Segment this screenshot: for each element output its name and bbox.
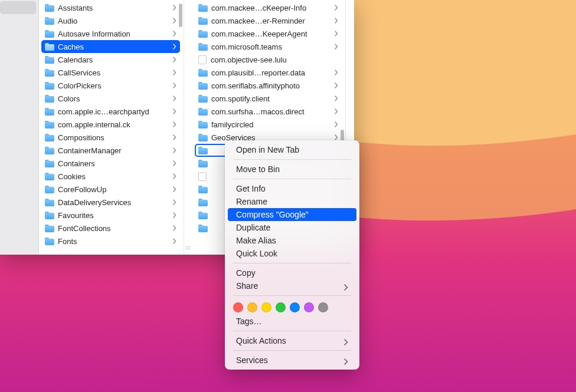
list-item[interactable]: com.mackee…KeeperAgent bbox=[195, 27, 342, 40]
list-item-label: Colors bbox=[58, 94, 171, 103]
tag-color-dot[interactable] bbox=[276, 302, 286, 312]
menu-get-info[interactable]: Get Info bbox=[228, 182, 356, 195]
list-item[interactable]: com.apple.ic…earchpartyd bbox=[41, 105, 180, 118]
list-item[interactable]: Colors bbox=[41, 92, 180, 105]
list-item-label: com.microsoft.teams bbox=[211, 42, 332, 51]
chevron-right-icon bbox=[173, 70, 176, 75]
folder-icon bbox=[45, 160, 54, 167]
list-item[interactable]: com.plausibl…reporter.data bbox=[195, 66, 342, 79]
menu-share[interactable]: Share bbox=[228, 279, 356, 292]
menu-move-to-bin[interactable]: Move to Bin bbox=[228, 163, 356, 176]
chevron-right-icon bbox=[173, 212, 176, 218]
chevron-right-icon bbox=[173, 121, 176, 127]
scrollbar-thumb[interactable] bbox=[179, 4, 182, 27]
list-item[interactable]: Caches bbox=[41, 40, 180, 53]
folder-icon bbox=[45, 225, 54, 232]
list-item[interactable]: DataDeliveryServices bbox=[41, 196, 180, 209]
menu-separator bbox=[233, 331, 351, 331]
folder-icon bbox=[45, 186, 54, 193]
chevron-right-icon bbox=[173, 57, 176, 62]
folder-icon bbox=[198, 108, 208, 116]
menu-quick-actions[interactable]: Quick Actions bbox=[228, 334, 356, 347]
list-item-label: Containers bbox=[58, 159, 171, 168]
list-item[interactable]: Fonts bbox=[41, 235, 180, 248]
list-item[interactable]: ColorPickers bbox=[41, 79, 180, 92]
tag-color-dot[interactable] bbox=[290, 302, 300, 312]
folder-icon bbox=[45, 173, 54, 180]
list-item-label: com.seriflabs.affinityphoto bbox=[211, 81, 332, 90]
list-item[interactable]: Compositions bbox=[41, 131, 180, 144]
menu-copy[interactable]: Copy bbox=[228, 266, 356, 279]
list-item[interactable]: Cookies bbox=[41, 170, 180, 183]
list-item[interactable]: com.microsoft.teams bbox=[195, 40, 342, 53]
chevron-right-icon bbox=[173, 108, 176, 114]
chevron-right-icon bbox=[335, 70, 338, 75]
tag-color-dot[interactable] bbox=[261, 302, 271, 312]
folder-icon bbox=[198, 69, 208, 77]
folder-icon bbox=[45, 17, 54, 25]
folder-icon bbox=[198, 199, 208, 206]
chevron-right-icon bbox=[173, 160, 176, 166]
tag-color-dot[interactable] bbox=[233, 302, 243, 312]
list-item[interactable]: Calendars bbox=[41, 53, 180, 66]
list-item[interactable]: Favourites bbox=[41, 209, 180, 222]
folder-icon bbox=[45, 95, 54, 103]
list-item[interactable]: com.spotify.client bbox=[195, 92, 342, 105]
list-item[interactable]: Audio bbox=[41, 14, 180, 27]
list-item[interactable]: com.mackee…er-Reminder bbox=[195, 14, 342, 27]
menu-tags[interactable]: Tags… bbox=[228, 315, 356, 328]
list-item[interactable]: Assistants bbox=[41, 1, 180, 14]
menu-compress[interactable]: Compress "Google" bbox=[228, 208, 356, 221]
folder-icon bbox=[198, 4, 208, 12]
tag-color-dot[interactable] bbox=[318, 302, 328, 312]
file-icon bbox=[198, 172, 207, 181]
list-item[interactable]: com.apple.internal.ck bbox=[41, 118, 180, 131]
folder-icon bbox=[198, 186, 208, 193]
list-item-label: com.mackee…cKeeper-Info bbox=[211, 4, 332, 12]
list-item[interactable]: CallServices bbox=[41, 66, 180, 79]
tag-color-dot[interactable] bbox=[304, 302, 314, 312]
chevron-right-icon bbox=[335, 83, 338, 88]
menu-quick-look[interactable]: Quick Look bbox=[228, 247, 356, 260]
list-item[interactable]: com.objective-see.lulu bbox=[195, 53, 342, 66]
menu-rename[interactable]: Rename bbox=[228, 195, 356, 208]
list-item-label: com.mackee…KeeperAgent bbox=[211, 29, 332, 38]
folder-icon bbox=[198, 212, 208, 219]
list-item[interactable]: com.surfsha…macos.direct bbox=[195, 105, 342, 118]
menu-separator bbox=[233, 179, 351, 179]
menu-duplicate[interactable]: Duplicate bbox=[228, 221, 356, 234]
list-item[interactable]: ContainerManager bbox=[41, 144, 180, 157]
chevron-right-icon bbox=[173, 5, 176, 11]
list-item[interactable]: com.mackee…cKeeper-Info bbox=[195, 1, 342, 14]
list-item[interactable]: Autosave Information bbox=[41, 27, 180, 40]
list-item-label: CallServices bbox=[58, 68, 171, 77]
list-item[interactable]: CoreFollowUp bbox=[41, 183, 180, 196]
list-item[interactable]: FontCollections bbox=[41, 222, 180, 235]
chevron-right-icon bbox=[335, 5, 338, 11]
menu-make-alias[interactable]: Make Alias bbox=[228, 234, 356, 247]
column-resize-handle[interactable]: || bbox=[184, 0, 192, 255]
list-item-label: Compositions bbox=[58, 133, 171, 142]
tag-color-dot[interactable] bbox=[247, 302, 257, 312]
chevron-right-icon bbox=[173, 147, 176, 153]
file-icon bbox=[198, 55, 207, 64]
list-item[interactable]: Containers bbox=[41, 157, 180, 170]
list-item-label: Assistants bbox=[58, 4, 171, 12]
finder-column-1[interactable]: AssistantsAudioAutosave InformationCache… bbox=[39, 0, 184, 255]
chevron-right-icon bbox=[335, 44, 338, 50]
list-item[interactable]: com.seriflabs.affinityphoto bbox=[195, 79, 342, 92]
chevron-right-icon bbox=[335, 18, 338, 24]
menu-services[interactable]: Services bbox=[228, 354, 356, 367]
folder-icon bbox=[45, 82, 54, 90]
chevron-right-icon bbox=[335, 134, 338, 140]
menu-open-new-tab[interactable]: Open in New Tab bbox=[228, 143, 356, 156]
folder-icon bbox=[198, 30, 208, 38]
folder-icon bbox=[198, 160, 208, 167]
list-item-label: Favourites bbox=[58, 211, 171, 220]
list-item-label: Calendars bbox=[58, 55, 171, 64]
list-item-label: com.plausibl…reporter.data bbox=[211, 68, 332, 77]
folder-icon bbox=[45, 69, 54, 77]
chevron-right-icon bbox=[344, 357, 348, 364]
list-item[interactable]: familycircled bbox=[195, 118, 342, 131]
list-item-label: Audio bbox=[58, 17, 171, 25]
